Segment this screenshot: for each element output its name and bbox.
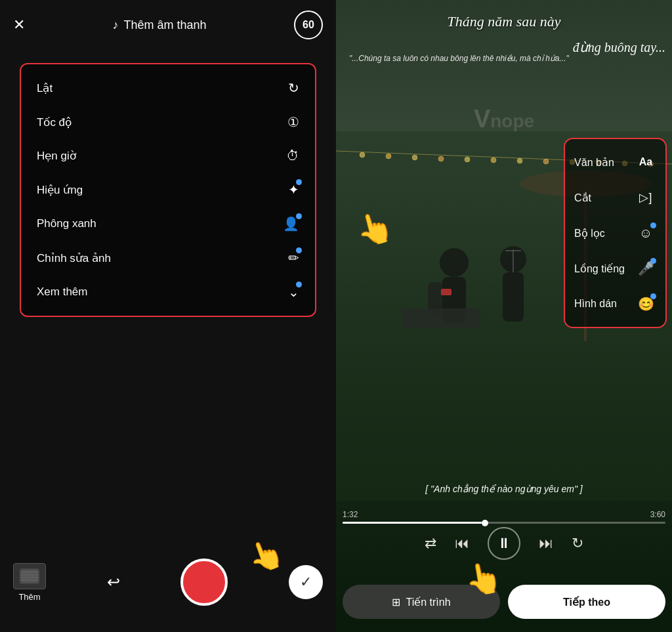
mic-dot — [650, 258, 656, 264]
music-note-icon: ♪ — [112, 18, 118, 32]
effects-dot — [296, 179, 302, 185]
menu-item-label-xem-them: Xem thêm — [37, 285, 87, 299]
tool-item-long-tieng[interactable]: Lồng tiếng 🎤 — [574, 251, 656, 286]
svg-point-10 — [438, 156, 444, 161]
close-icon[interactable]: ✕ — [13, 16, 25, 33]
timer-icon: ⏱ — [286, 148, 299, 163]
tool-icon-bo-loc: ☺ — [635, 222, 656, 243]
thumbnail-image — [13, 563, 46, 589]
prev-button[interactable]: ⏮ — [455, 535, 469, 552]
menu-item-icon-lat: ↻ — [288, 80, 299, 96]
xem-them-dot — [296, 282, 302, 287]
menu-item-lat[interactable]: Lật ↻ — [21, 71, 315, 105]
menu-item-icon-phong-xanh: 👤 — [283, 216, 299, 232]
svg-point-11 — [465, 157, 470, 162]
right-tools-panel: Văn bản Aa Cắt ▷] Bộ lọc ☺ Lồng tiếng 🎤 — [564, 138, 667, 328]
song-text-overlay: [ "Anh chẳng thể nào ngừng yêu em" ] — [336, 484, 672, 494]
thumbnail-label: Thêm — [18, 592, 40, 602]
tool-label-bo-loc: Bộ lọc — [574, 227, 605, 240]
menu-item-icon-hen-gio: ⏱ — [286, 148, 299, 163]
svg-point-13 — [517, 158, 522, 163]
checkmark-button[interactable]: ✓ — [289, 565, 323, 599]
tool-icon-long-tieng: 🎤 — [635, 258, 656, 279]
menu-item-chinh-sua-anh[interactable]: Chỉnh sửa ảnh ✏ — [21, 241, 315, 275]
menu-item-label-chinh-sua-anh: Chỉnh sửa ảnh — [37, 251, 111, 265]
tool-label-hinh-dan: Hình dán — [574, 298, 617, 310]
svg-rect-25 — [503, 272, 524, 322]
menu-item-label-lat: Lật — [37, 81, 52, 95]
filter-dot — [650, 222, 656, 228]
video-text-right: đừng buông tay... — [573, 39, 665, 55]
checkmark-icon: ✓ — [300, 574, 312, 591]
svg-point-7 — [360, 152, 365, 158]
menu-item-icon-toc-do: ① — [287, 114, 299, 130]
left-header: ✕ ♪ Thêm âm thanh 60 — [0, 0, 336, 50]
pause-icon: ⏸ — [497, 535, 511, 552]
tool-icon-hinh-dan: 😊 — [635, 293, 656, 314]
header-title: Thêm âm thanh — [123, 18, 206, 32]
tien-trinh-icon: ⊞ — [392, 596, 400, 608]
greenscreen-dot — [296, 213, 302, 219]
tool-item-bo-loc[interactable]: Bộ lọc ☺ — [574, 215, 656, 251]
video-text-sub: "...Chúng ta sa luôn có nhau bông lên th… — [349, 53, 606, 64]
menu-item-label-phong-xanh: Phông xanh — [37, 217, 96, 230]
menu-item-xem-them[interactable]: Xem thêm ⌄ — [21, 275, 315, 309]
svg-point-9 — [412, 155, 417, 160]
repeat-button[interactable]: ↻ — [572, 535, 583, 552]
record-button[interactable] — [180, 558, 228, 606]
header-title-area: ♪ Thêm âm thanh — [112, 18, 206, 32]
menu-item-label-hen-gio: Hẹn giờ — [37, 149, 76, 163]
tool-label-cat: Cắt — [574, 192, 591, 204]
progress-times: 1:32 3:60 — [343, 510, 665, 519]
progress-bar[interactable] — [343, 522, 665, 524]
menu-item-toc-do[interactable]: Tốc độ ① — [21, 105, 315, 139]
shuffle-button[interactable]: ⇄ — [425, 535, 436, 552]
cut-icon: ▷] — [639, 190, 652, 205]
thumbnail-area[interactable]: Thêm — [13, 563, 46, 602]
tool-label-long-tieng: Lồng tiếng — [574, 263, 625, 275]
tiep-theo-label: Tiếp theo — [563, 596, 610, 608]
menu-item-icon-xem-them: ⌄ — [288, 284, 299, 300]
menu-item-icon-hieu-ung: ✦ — [288, 182, 299, 198]
tool-label-van-ban: Văn bản — [574, 156, 614, 169]
tiep-theo-button[interactable]: Tiếp theo — [508, 585, 665, 619]
edit-dot — [296, 247, 302, 253]
svg-rect-28 — [402, 308, 480, 328]
progress-bar-fill — [343, 522, 482, 524]
menu-item-hieu-ung[interactable]: Hiệu ứng ✦ — [21, 173, 315, 207]
next-button[interactable]: ⏭ — [539, 535, 553, 552]
menu-item-label-hieu-ung: Hiệu ứng — [37, 183, 83, 197]
right-panel: Tháng năm sau này "...Chúng ta sa luôn c… — [336, 0, 672, 632]
speed-icon: ① — [287, 114, 299, 130]
tien-trinh-label: Tiến trình — [406, 596, 450, 608]
progress-current-time: 1:32 — [343, 510, 358, 519]
tool-icon-van-ban: Aa — [635, 152, 656, 173]
svg-point-12 — [491, 158, 496, 163]
filter-icon: ☺ — [639, 226, 652, 241]
sticker-dot — [650, 293, 656, 299]
svg-point-14 — [543, 159, 549, 164]
watermark-text: Vnope — [474, 105, 534, 133]
tool-item-hinh-dan[interactable]: Hình dán 😊 — [574, 286, 656, 322]
menu-item-icon-chinh-sua-anh: ✏ — [288, 250, 299, 266]
tool-item-van-ban[interactable]: Văn bản Aa — [574, 144, 656, 180]
svg-rect-29 — [441, 289, 452, 295]
menu-item-label-toc-do: Tốc độ — [37, 116, 72, 129]
text-icon: Aa — [639, 156, 652, 168]
menu-panel: Lật ↻ Tốc độ ① Hẹn giờ ⏱ Hiệu ứng ✦ Phô — [20, 63, 316, 317]
progress-handle[interactable] — [482, 520, 488, 526]
svg-point-8 — [386, 154, 391, 159]
tool-icon-cat: ▷] — [635, 187, 656, 208]
menu-item-phong-xanh[interactable]: Phông xanh 👤 — [21, 207, 315, 241]
left-panel: ✕ ♪ Thêm âm thanh 60 Lật ↻ Tốc độ ① Hẹn … — [0, 0, 336, 632]
undo-button[interactable]: ↩ — [107, 573, 120, 591]
svg-rect-1 — [21, 570, 38, 583]
timer-badge: 60 — [294, 11, 323, 39]
tool-item-cat[interactable]: Cắt ▷] — [574, 180, 656, 215]
finger-cursor-right-bottom: 👆 — [462, 557, 505, 599]
progress-total-time: 3:60 — [650, 510, 665, 519]
pause-button[interactable]: ⏸ — [488, 527, 520, 560]
menu-item-hen-gio[interactable]: Hẹn giờ ⏱ — [21, 139, 315, 173]
video-text-top: Tháng năm sau này — [343, 13, 665, 30]
progress-area: 1:32 3:60 — [343, 510, 665, 524]
